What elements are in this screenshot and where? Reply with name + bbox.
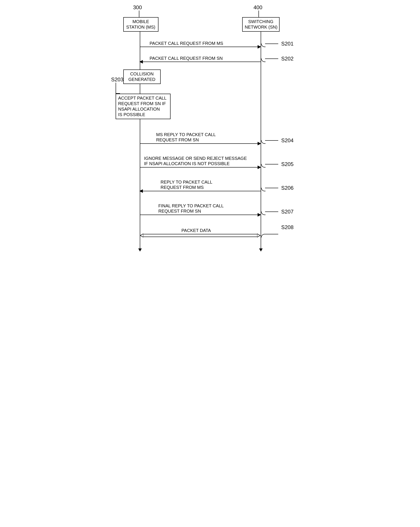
msg-s206 <box>140 191 261 191</box>
msg-s208 <box>140 234 261 237</box>
msg-s202-label: PACKET CALL REQUEST FROM SN <box>150 56 223 61</box>
ms-lifeline <box>140 31 140 249</box>
s207-leader <box>265 211 278 212</box>
accept-note: ACCEPT PACKET CALL REQUEST FROM SN IF NS… <box>116 94 171 119</box>
s207-curve <box>261 211 266 215</box>
s201-curve <box>261 44 266 47</box>
arrow-left-icon <box>139 60 143 64</box>
sn-participant: SWITCHING NETWORK (SN) <box>242 17 280 32</box>
sequence-diagram: 300 400 MOBILE STATION (MS) SWITCHING NE… <box>111 4 309 253</box>
msg-s205-label: IGNORE MESSAGE OR SEND REJECT MESSAGE IF… <box>144 156 247 166</box>
arrow-right-icon <box>258 165 261 169</box>
msg-s207 <box>140 215 261 215</box>
s201-leader <box>265 44 278 44</box>
ms-number-label: 300 <box>133 4 142 11</box>
msg-s202 <box>140 62 261 62</box>
ms-participant-label: MOBILE STATION (MS) <box>126 19 155 30</box>
s208-label: S208 <box>281 224 294 231</box>
doublearrow-right-icon <box>257 233 261 237</box>
msg-s208-label: PACKET DATA <box>182 228 211 233</box>
s201-label: S201 <box>281 41 294 47</box>
msg-s204 <box>140 143 261 144</box>
s204-label: S204 <box>281 137 294 143</box>
arrow-right-icon <box>258 45 261 49</box>
s202-curve <box>261 58 266 62</box>
ms-lifeline-arrow <box>138 248 142 252</box>
s208-leader <box>265 234 278 234</box>
arrow-right-icon <box>258 213 261 217</box>
ms-participant: MOBILE STATION (MS) <box>123 17 159 32</box>
s202-label: S202 <box>281 56 294 62</box>
s203-leader <box>116 83 120 94</box>
s205-label: S205 <box>281 161 294 167</box>
msg-s207-label: FINAL REPLY TO PACKET CALL REQUEST FROM … <box>159 203 224 214</box>
msg-s201-label: PACKET CALL REQUEST FROM MS <box>150 41 223 46</box>
s206-leader <box>265 188 278 188</box>
s204-curve <box>261 140 266 144</box>
s206-curve <box>261 188 266 191</box>
s205-leader <box>265 164 278 165</box>
sn-number-label: 400 <box>254 4 262 11</box>
s203-label: S203 <box>111 77 124 83</box>
sn-participant-label: SWITCHING NETWORK (SN) <box>245 19 278 30</box>
ms-number-leader <box>139 11 139 17</box>
s208-curve <box>261 234 266 237</box>
msg-s205 <box>140 167 261 167</box>
s206-label: S206 <box>281 185 294 191</box>
doublearrow-left-icon <box>140 233 143 237</box>
sn-lifeline-arrow <box>259 248 263 252</box>
msg-s204-label: MS REPLY TO PACKET CALL REQUEST FROM SN <box>156 132 216 143</box>
collision-note: COLLISION GENERATED <box>123 69 161 84</box>
s205-curve <box>261 164 266 167</box>
arrow-right-icon <box>258 142 261 145</box>
sn-number-leader <box>258 11 259 17</box>
s207-label: S207 <box>281 209 294 215</box>
accept-note-text: ACCEPT PACKET CALL REQUEST FROM SN IF NS… <box>118 96 167 117</box>
msg-s201 <box>140 47 261 47</box>
collision-note-text: COLLISION GENERATED <box>128 71 155 82</box>
arrow-left-icon <box>139 189 143 193</box>
msg-s206-label: REPLY TO PACKET CALL REQUEST FROM MS <box>161 179 213 190</box>
s204-leader <box>265 140 278 141</box>
doublearrow-shaft <box>143 234 258 237</box>
s202-leader <box>265 58 278 59</box>
